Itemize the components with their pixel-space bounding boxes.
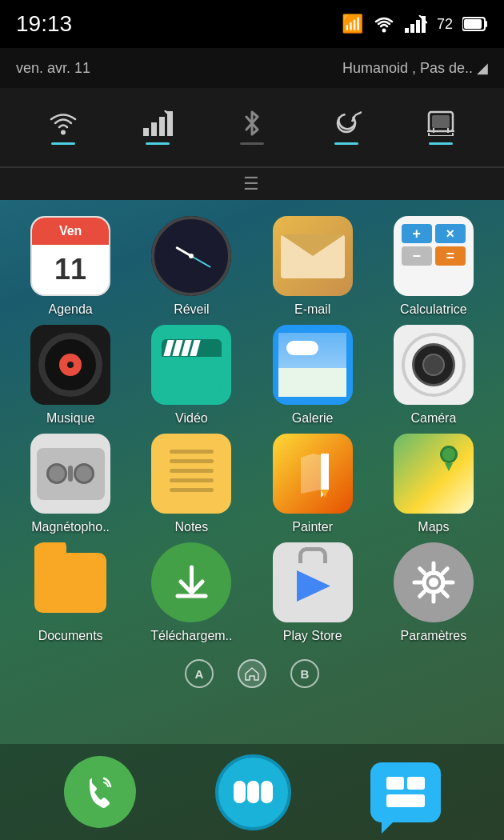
qs-screen-icon (426, 110, 456, 136)
galerie-label: Galerie (292, 411, 334, 426)
app-notes[interactable]: Notes (133, 434, 250, 534)
app-calculatrice[interactable]: + × − = Calculatrice (375, 216, 492, 317)
signal-bars-icon (405, 15, 427, 33)
dock-meizu[interactable] (215, 754, 291, 830)
note-line1 (170, 450, 214, 454)
maps-icon (394, 434, 474, 514)
note-line4 (170, 478, 214, 482)
calculatrice-label: Calculatrice (400, 302, 467, 317)
nav-button-a[interactable]: A (185, 659, 214, 688)
galerie-cloud (286, 341, 318, 355)
parametres-icon (394, 542, 474, 622)
telechargements-icon (151, 542, 231, 622)
app-playstore[interactable]: Play Store (254, 542, 371, 643)
qs-bluetooth-icon (237, 110, 267, 136)
quick-settings-bar (0, 88, 504, 168)
app-documents[interactable]: Documents (12, 542, 129, 643)
svg-rect-12 (159, 117, 165, 136)
app-galerie[interactable]: Galerie (254, 325, 371, 426)
app-email[interactable]: E-mail (254, 216, 371, 317)
calendar-day: 11 (54, 245, 86, 294)
svg-rect-23 (247, 781, 259, 803)
calc-minus: − (402, 246, 432, 266)
svg-rect-19 (432, 115, 450, 128)
nav-button-home[interactable] (238, 659, 266, 688)
stripe4 (190, 340, 200, 356)
app-reveil[interactable]: Réveil (133, 216, 250, 317)
reveil-icon (151, 216, 231, 296)
app-magnetopho[interactable]: Magnétopho.. (12, 434, 129, 534)
vinyl-center (59, 354, 82, 376)
calendar-header: Ven (32, 218, 109, 245)
menu-indicator[interactable]: ☰ (0, 168, 504, 200)
telechargements-label: Téléchargem.. (150, 629, 232, 643)
app-camera[interactable]: Caméra (375, 325, 492, 426)
phone-icon (80, 772, 120, 812)
maps-content (394, 434, 474, 514)
qs-rotation[interactable] (331, 110, 362, 145)
note-line2 (170, 459, 214, 463)
svg-rect-8 (464, 19, 482, 29)
playstore-icon (273, 542, 353, 622)
video-label: Vidéo (175, 411, 208, 426)
calc-times: × (435, 224, 466, 243)
svg-rect-25 (386, 777, 404, 790)
qs-signal-icon (142, 110, 173, 136)
nav-dots: A B (0, 651, 504, 696)
tape-recorder (37, 448, 105, 500)
camera-label: Caméra (410, 411, 456, 426)
wifi-icon-svg (373, 15, 395, 33)
svg-rect-1 (405, 28, 409, 33)
dock-messages[interactable] (370, 762, 441, 822)
qs-bluetooth[interactable] (237, 110, 267, 145)
galerie-ground (278, 368, 346, 397)
email-icon (273, 216, 353, 296)
svg-rect-22 (234, 781, 246, 803)
calc-buttons: + × − = (394, 216, 474, 296)
map-pin-tail (445, 463, 453, 471)
camera-lens-inner (412, 343, 455, 386)
agenda-label: Agenda (49, 302, 93, 317)
svg-rect-10 (143, 128, 149, 136)
email-label: E-mail (294, 302, 330, 317)
nav-button-b[interactable]: B (290, 659, 319, 688)
app-musique[interactable]: Musique (12, 325, 129, 426)
app-maps[interactable]: Maps (375, 434, 492, 534)
bubble-tail (382, 821, 394, 834)
qs-rotation-icon (331, 110, 362, 136)
notepad-shape (162, 442, 222, 506)
dock (0, 744, 504, 840)
messages-bubble (370, 762, 441, 822)
playstore-label: Play Store (283, 629, 342, 643)
app-grid: Ven 11 Agenda Réveil E-mail + × (0, 200, 504, 651)
note-line5 (170, 488, 214, 492)
clapboard-shape (162, 339, 222, 391)
status-bar: 19:13 📶 72 (0, 0, 504, 48)
notes-label: Notes (174, 520, 208, 534)
painter-svg (285, 446, 341, 502)
home-icon (244, 666, 260, 681)
clap-stripes (162, 340, 202, 356)
vinyl-dot (67, 362, 74, 368)
info-bar: ven. avr. 11 Humanoid , Pas de.. ◢ (0, 48, 504, 88)
calc-equals: = (435, 246, 466, 266)
app-painter[interactable]: Painter (254, 434, 371, 534)
dock-phone[interactable] (64, 756, 136, 828)
qs-wifi[interactable] (48, 110, 78, 145)
galerie-icon (273, 325, 353, 405)
svg-rect-26 (407, 777, 425, 790)
vinyl-record (38, 333, 102, 397)
hamburger-icon: ☰ (243, 174, 262, 194)
qs-screen[interactable] (426, 110, 456, 145)
tape-center (68, 466, 73, 482)
battery-icon (462, 16, 488, 32)
qs-signal[interactable] (142, 110, 173, 145)
camera-icon (394, 325, 474, 405)
reveil-label: Réveil (174, 302, 209, 317)
app-agenda[interactable]: Ven 11 Agenda (12, 216, 129, 317)
app-parametres[interactable]: Paramètres (375, 542, 492, 643)
app-telechargements[interactable]: Téléchargem.. (133, 542, 250, 643)
calc-icon: + × − = (394, 216, 474, 296)
qs-signal-indicator (146, 142, 170, 145)
app-video[interactable]: Vidéo (133, 325, 250, 426)
